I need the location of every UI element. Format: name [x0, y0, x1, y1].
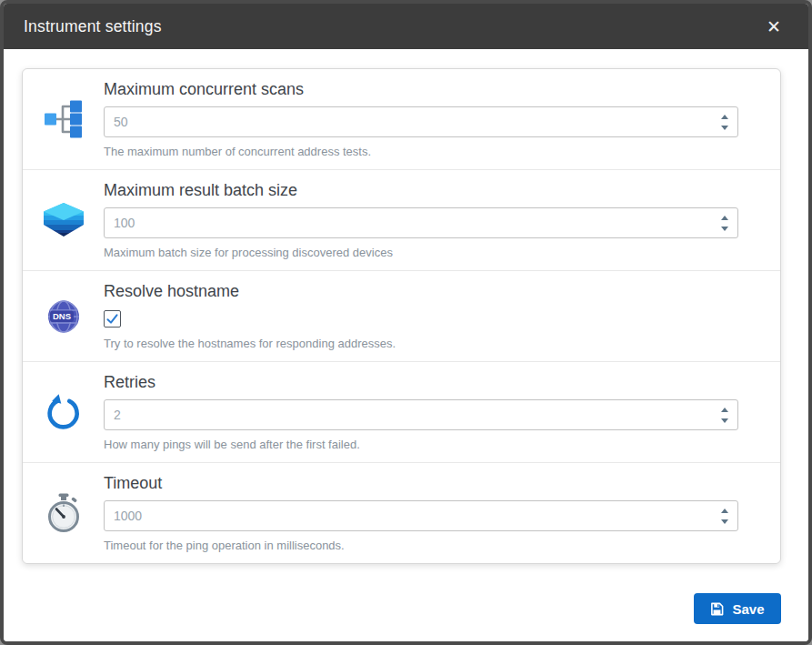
number-field	[104, 500, 738, 531]
spinner-up-button[interactable]	[717, 507, 732, 514]
setting-help-text: How many pings will be send after the fi…	[104, 437, 738, 453]
chevron-down-icon	[721, 126, 728, 130]
setting-label: Timeout	[104, 472, 738, 494]
dns-globe-icon: DNS	[23, 298, 104, 335]
setting-label: Retries	[104, 371, 738, 393]
modal-body: Maximum concurrent scans The maximum num…	[4, 49, 808, 642]
setting-content: Resolve hostname Try to resolve the host…	[104, 280, 780, 352]
setting-row-timeout: Timeout Timeout for the ping operation i…	[23, 463, 780, 563]
spinner	[712, 400, 737, 429]
maximum-concurrent-scans-input[interactable]	[104, 106, 738, 137]
chevron-up-icon	[721, 216, 728, 220]
check-icon	[106, 314, 118, 325]
setting-content: Maximum concurrent scans The maximum num…	[104, 78, 780, 160]
number-field	[104, 399, 738, 430]
settings-card: Maximum concurrent scans The maximum num…	[22, 68, 781, 564]
close-icon[interactable]: ✕	[761, 15, 787, 39]
resolve-hostname-checkbox[interactable]	[104, 310, 121, 328]
setting-row-maximum-result-batch-size: Maximum result batch size Maximum batch …	[23, 170, 780, 271]
spinner	[712, 107, 737, 136]
hierarchy-icon	[23, 100, 104, 138]
floppy-disk-icon	[710, 602, 724, 616]
number-field	[104, 207, 738, 238]
spinner	[712, 208, 737, 237]
spinner-down-button[interactable]	[717, 417, 732, 424]
setting-content: Maximum result batch size Maximum batch …	[104, 179, 780, 261]
spinner	[712, 501, 737, 530]
save-button-label: Save	[732, 601, 764, 617]
maximum-result-batch-size-input[interactable]	[104, 207, 738, 238]
layers-icon	[23, 202, 104, 238]
chevron-down-icon	[721, 227, 728, 231]
setting-help-text: Maximum batch size for processing discov…	[104, 245, 738, 261]
stopwatch-icon	[23, 493, 104, 534]
chevron-down-icon	[721, 519, 728, 524]
setting-help-text: Try to resolve the hostnames for respond…	[104, 336, 738, 352]
modal-title: Instrument settings	[24, 17, 162, 36]
spinner-up-button[interactable]	[717, 113, 732, 120]
setting-label: Resolve hostname	[104, 280, 738, 302]
spinner-up-button[interactable]	[717, 214, 732, 221]
chevron-up-icon	[721, 115, 728, 119]
setting-row-retries: Retries How many pings will be send afte…	[23, 362, 780, 463]
spinner-down-button[interactable]	[717, 124, 732, 131]
setting-row-resolve-hostname: DNS Resolve hostname Try to resolve the …	[23, 271, 780, 362]
setting-row-maximum-concurrent-scans: Maximum concurrent scans The maximum num…	[23, 69, 780, 170]
retry-icon	[23, 393, 104, 431]
modal-footer: Save	[22, 593, 781, 624]
chevron-down-icon	[721, 418, 728, 423]
instrument-settings-modal: Instrument settings ✕ Maximum concurrent…	[0, 0, 812, 645]
spinner-down-button[interactable]	[717, 225, 732, 232]
timeout-input[interactable]	[104, 500, 738, 531]
setting-label: Maximum result batch size	[104, 179, 738, 201]
retries-input[interactable]	[104, 399, 738, 430]
setting-label: Maximum concurrent scans	[104, 78, 738, 100]
chevron-up-icon	[721, 408, 728, 412]
number-field	[104, 106, 738, 137]
chevron-up-icon	[721, 509, 728, 513]
setting-help-text: The maximum number of concurrent address…	[104, 144, 738, 160]
save-button[interactable]: Save	[694, 593, 781, 624]
setting-content: Timeout Timeout for the ping operation i…	[104, 472, 780, 554]
svg-text:DNS: DNS	[52, 311, 70, 321]
setting-content: Retries How many pings will be send afte…	[104, 371, 780, 453]
modal-header: Instrument settings ✕	[4, 4, 808, 49]
setting-help-text: Timeout for the ping operation in millis…	[104, 538, 738, 554]
spinner-up-button[interactable]	[717, 406, 732, 413]
spinner-down-button[interactable]	[717, 518, 732, 525]
